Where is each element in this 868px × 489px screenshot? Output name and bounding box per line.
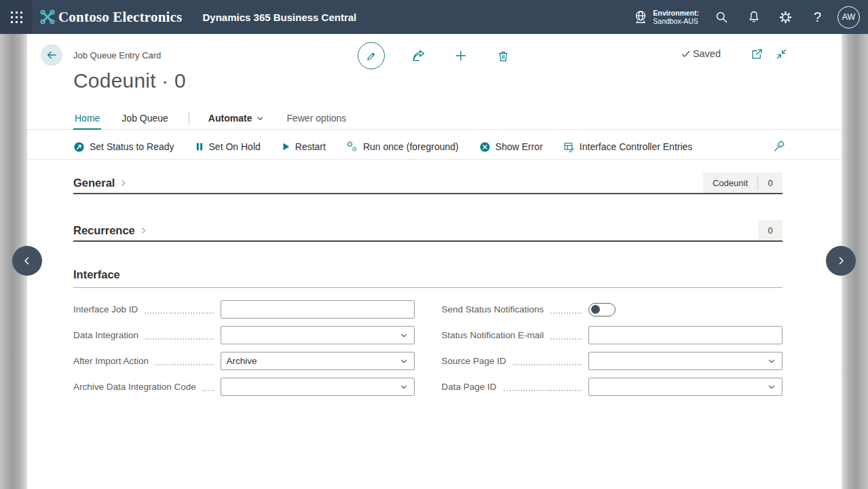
recurrence-count-badge: 0 bbox=[758, 220, 782, 240]
app-launcher-icon bbox=[11, 12, 22, 23]
edit-button[interactable] bbox=[358, 42, 385, 69]
help-icon: ? bbox=[814, 10, 821, 25]
status-notification-email-input[interactable] bbox=[588, 326, 782, 344]
field-label: Interface Job ID bbox=[73, 304, 138, 314]
entries-table-icon bbox=[563, 141, 575, 153]
action-restart[interactable]: Restart bbox=[281, 141, 326, 152]
back-button[interactable] bbox=[41, 44, 62, 66]
section-general-title: General bbox=[73, 177, 115, 189]
new-record-button[interactable] bbox=[453, 48, 469, 64]
chevron-down-icon bbox=[767, 357, 776, 366]
section-general[interactable]: General Codeunit 0 bbox=[73, 172, 782, 194]
dotted-leader bbox=[550, 312, 582, 314]
back-arrow-icon bbox=[45, 49, 58, 61]
saved-check-icon bbox=[681, 49, 691, 59]
chevron-right-icon bbox=[139, 226, 148, 235]
top-navigation-bar: Contoso Electronics Dynamics 365 Busines… bbox=[0, 0, 868, 34]
environment-globe-icon bbox=[633, 10, 648, 24]
run-once-gears-icon bbox=[346, 141, 358, 153]
dotted-leader bbox=[155, 364, 213, 365]
previous-record-button[interactable] bbox=[12, 246, 42, 276]
action-bar: Set Status to Ready Set On Hold Restart bbox=[27, 134, 842, 160]
interface-job-id-input[interactable] bbox=[221, 300, 415, 319]
open-in-window-button[interactable] bbox=[749, 46, 764, 61]
search-button[interactable] bbox=[706, 0, 738, 34]
section-general-badges: Codeunit 0 bbox=[703, 173, 782, 193]
search-icon bbox=[715, 10, 729, 24]
add-icon bbox=[454, 49, 468, 62]
general-object-id-badge: 0 bbox=[758, 173, 782, 193]
action-set-on-hold[interactable]: Set On Hold bbox=[195, 141, 261, 152]
share-button[interactable] bbox=[411, 48, 427, 64]
chevron-down-icon bbox=[256, 114, 265, 123]
tab-fewer-options[interactable]: Fewer options bbox=[285, 113, 347, 129]
play-icon bbox=[281, 142, 290, 151]
field-interface-job-id: Interface Job ID bbox=[73, 300, 415, 319]
chevron-down-icon bbox=[399, 382, 409, 392]
field-label: After Import Action bbox=[73, 356, 149, 366]
section-recurrence-badges: 0 bbox=[758, 220, 782, 240]
after-import-action-select[interactable]: Archive bbox=[221, 352, 415, 370]
next-record-button[interactable] bbox=[826, 246, 856, 276]
notifications-button[interactable] bbox=[738, 0, 770, 34]
environment-picker[interactable]: Environment: Sandbox-AUS bbox=[633, 9, 699, 25]
source-page-id-select[interactable] bbox=[588, 352, 782, 370]
dotted-leader bbox=[203, 390, 214, 391]
chevron-right-icon bbox=[119, 179, 128, 187]
dotted-leader bbox=[504, 390, 582, 391]
brand-logo-icon bbox=[39, 9, 56, 25]
saved-label: Saved bbox=[693, 48, 721, 59]
general-object-type-badge: Codeunit bbox=[703, 173, 757, 193]
data-page-id-select[interactable] bbox=[588, 378, 782, 396]
collapse-button[interactable] bbox=[774, 46, 789, 61]
delete-button[interactable] bbox=[495, 48, 511, 64]
dotted-leader bbox=[145, 312, 213, 314]
tab-home[interactable]: Home bbox=[73, 113, 101, 130]
toggle-knob bbox=[591, 305, 600, 314]
field-after-import-action: After Import Action Archive bbox=[73, 352, 415, 370]
field-label: Source Page ID bbox=[442, 356, 506, 366]
field-data-page-id: Data Page ID bbox=[442, 378, 783, 396]
save-status: Saved bbox=[681, 48, 721, 59]
page-caption: Job Queue Entry Card bbox=[73, 50, 161, 60]
field-status-notification-email: Status Notification E-mail bbox=[442, 326, 783, 344]
action-show-error[interactable]: Show Error bbox=[479, 141, 543, 153]
action-interface-controller-entries[interactable]: Interface Controller Entries bbox=[563, 141, 693, 153]
field-archive-data-integration-code: Archive Data Integration Code bbox=[73, 378, 415, 396]
section-recurrence[interactable]: Recurrence 0 bbox=[73, 219, 782, 242]
archive-data-integration-code-select[interactable] bbox=[221, 378, 415, 396]
notifications-bell-icon bbox=[747, 10, 761, 24]
field-label: Data Page ID bbox=[442, 382, 497, 392]
section-recurrence-title: Recurrence bbox=[73, 224, 135, 237]
field-send-status-notifications: Send Status Notifications bbox=[442, 300, 783, 319]
account-avatar[interactable]: AW bbox=[837, 6, 860, 29]
app-launcher-button[interactable] bbox=[0, 0, 33, 34]
chevron-down-icon bbox=[399, 357, 409, 366]
pin-action-bar-button[interactable] bbox=[772, 140, 787, 155]
help-button[interactable]: ? bbox=[801, 0, 833, 34]
chevron-right-icon bbox=[835, 255, 847, 267]
field-label: Archive Data Integration Code bbox=[73, 382, 196, 392]
environment-label: Environment: bbox=[653, 9, 699, 17]
brand-home-link[interactable]: Contoso Electronics bbox=[39, 9, 183, 26]
section-interface-title: Interface bbox=[73, 268, 120, 281]
app-title[interactable]: Dynamics 365 Business Central bbox=[203, 12, 357, 23]
chevron-down-icon bbox=[399, 331, 409, 340]
page-title: Codeunit · 0 bbox=[73, 69, 186, 92]
brand-name: Contoso Electronics bbox=[58, 9, 183, 26]
pause-icon bbox=[195, 142, 204, 151]
chevron-down-icon bbox=[767, 382, 776, 392]
dotted-leader bbox=[513, 364, 582, 365]
error-circle-icon bbox=[479, 141, 491, 153]
send-status-notifications-toggle[interactable] bbox=[588, 303, 616, 316]
environment-name: Sandbox-AUS bbox=[653, 17, 699, 25]
action-set-status-to-ready[interactable]: Set Status to Ready bbox=[73, 141, 174, 153]
field-source-page-id: Source Page ID bbox=[442, 352, 783, 370]
settings-button[interactable] bbox=[770, 0, 801, 34]
tab-job-queue[interactable]: Job Queue bbox=[120, 113, 170, 129]
action-run-once-foreground[interactable]: Run once (foreground) bbox=[346, 141, 459, 153]
dotted-leader bbox=[145, 338, 213, 340]
tab-automate[interactable]: Automate bbox=[207, 113, 267, 129]
data-integration-select[interactable] bbox=[221, 326, 415, 344]
open-in-window-icon bbox=[751, 48, 763, 60]
